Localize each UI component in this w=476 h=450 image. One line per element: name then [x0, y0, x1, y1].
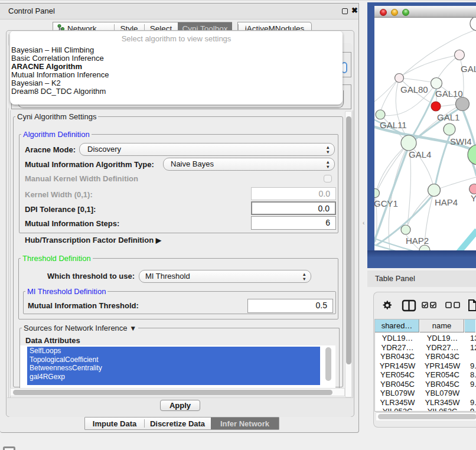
svg-text:GAL1: GAL1 — [437, 112, 459, 122]
svg-text:GAL11: GAL11 — [380, 120, 407, 130]
svg-text:GCY1: GCY1 — [374, 198, 398, 208]
svg-text:SWI4: SWI4 — [450, 136, 472, 146]
svg-text:GAL80: GAL80 — [400, 84, 428, 94]
svg-text:GAL4: GAL4 — [409, 149, 431, 159]
svg-text:Y: Y — [471, 193, 476, 203]
svg-text:HAP2: HAP2 — [406, 236, 429, 246]
svg-text:GAL10: GAL10 — [435, 89, 463, 99]
svg-text:HAP4: HAP4 — [435, 197, 458, 207]
svg-text:GAL7: GAL7 — [461, 64, 476, 74]
